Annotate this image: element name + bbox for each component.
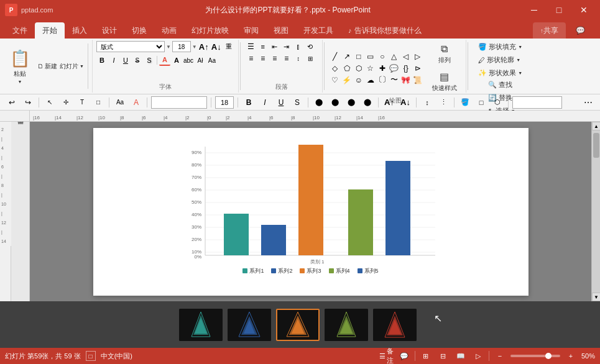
shape-triangle[interactable]: △ xyxy=(389,51,400,62)
scroll-thumb[interactable] xyxy=(593,133,599,158)
shape-bracket[interactable]: {} xyxy=(400,63,412,74)
bold-button[interactable]: B xyxy=(96,55,108,66)
shape-ribbon[interactable]: 🎀 xyxy=(400,75,412,86)
font-color-button[interactable]: A xyxy=(159,55,170,66)
shape-heart[interactable]: ♡ xyxy=(330,75,341,86)
shape-chevron[interactable]: ⊳ xyxy=(412,63,423,74)
align-left-button[interactable]: ≡ xyxy=(246,53,257,64)
zoom-out-button[interactable]: − xyxy=(493,349,507,363)
columns-toolbar-button[interactable]: ⋮ xyxy=(436,96,450,109)
spacing-button[interactable]: Ał xyxy=(195,55,206,66)
italic-button[interactable]: I xyxy=(108,55,119,66)
shape-smiley[interactable]: ☺ xyxy=(353,75,364,86)
quick-styles-button[interactable]: ▤ 快速样式 xyxy=(427,68,462,95)
shadow-toolbar-button[interactable]: S xyxy=(290,96,304,109)
shape-wave[interactable]: 〜 xyxy=(389,75,400,86)
tab-developer[interactable]: 开发工具 xyxy=(296,22,341,39)
maximize-button[interactable]: □ xyxy=(548,1,570,19)
shape-outline-button[interactable]: 🖊 形状轮廓 ▼ xyxy=(474,54,524,66)
shape-scroll[interactable]: 📜 xyxy=(412,75,423,86)
font-name-select[interactable]: 版式 xyxy=(96,41,165,52)
aa-button[interactable]: Aa xyxy=(206,55,218,66)
smart-art-button[interactable]: ⊞ xyxy=(305,53,316,64)
align-left-toolbar-button[interactable]: ⬤ xyxy=(312,96,326,109)
bold-toolbar-button[interactable]: B xyxy=(242,96,256,109)
tab-design[interactable]: 设计 xyxy=(95,22,124,39)
minimize-button[interactable]: ─ xyxy=(523,1,545,19)
underline-toolbar-button[interactable]: U xyxy=(274,96,288,109)
text-box-button[interactable]: T xyxy=(75,96,89,109)
shape-fill-toolbar-button[interactable]: 🪣 xyxy=(458,96,472,109)
highlight-color-button[interactable]: A xyxy=(171,55,182,66)
shape-effects-toolbar-button[interactable]: ⬡ xyxy=(491,96,504,109)
text-direction-button[interactable]: ⟲ xyxy=(305,41,316,52)
align-right-button[interactable]: ≡ xyxy=(269,53,280,64)
zoom-slider[interactable] xyxy=(510,355,560,357)
decrease-indent-button[interactable]: ⇤ xyxy=(269,41,280,52)
italic-toolbar-button[interactable]: I xyxy=(258,96,272,109)
share-button[interactable]: ↑ 共享 xyxy=(533,22,566,39)
find-button[interactable]: 🔍 查找 xyxy=(484,79,519,91)
align-center-toolbar-button[interactable]: ⬤ xyxy=(328,96,342,109)
notes-button[interactable]: ☰ 备注 xyxy=(380,349,394,363)
justify-button[interactable]: ≡ xyxy=(281,53,292,64)
strikethrough-button[interactable]: S xyxy=(132,55,143,66)
align-right-toolbar-button[interactable]: ⬤ xyxy=(344,96,358,109)
bullets-button[interactable]: ☰ xyxy=(246,41,257,52)
increase-font-button[interactable]: A↑ xyxy=(198,41,210,52)
comments-button[interactable]: 💬 xyxy=(568,22,593,39)
slide-sorter-button[interactable]: ⊟ xyxy=(436,349,450,363)
zoom-in-button[interactable]: + xyxy=(564,349,578,363)
reset-font-button[interactable]: 重 xyxy=(223,41,234,52)
numbering-button[interactable]: ≡ xyxy=(257,41,269,52)
align-center-button[interactable]: ≡ xyxy=(257,53,269,64)
line-spacing-button[interactable]: ↕ xyxy=(293,53,304,64)
shapes-button[interactable]: □ xyxy=(91,96,105,109)
shape-lightning[interactable]: ⚡ xyxy=(341,75,353,86)
font-color-toolbar-button[interactable]: A xyxy=(129,96,143,109)
strikethrough2-button[interactable]: abc xyxy=(183,55,194,66)
shape-line[interactable]: ╱ xyxy=(330,51,341,62)
line-spacing-toolbar-button[interactable]: ↕ xyxy=(420,96,434,109)
redo-button[interactable]: ↪ xyxy=(21,96,35,109)
tab-tell-me[interactable]: ♪告诉我你想要做什么 xyxy=(341,22,429,39)
comments-status-button[interactable]: 💬 xyxy=(397,349,411,363)
tab-slideshow[interactable]: 幻灯片放映 xyxy=(184,22,236,39)
shadow-button[interactable]: S xyxy=(144,55,155,66)
reading-view-button[interactable]: 📖 xyxy=(454,349,468,363)
cursor-button[interactable]: ↖ xyxy=(43,96,57,109)
thumbnail-4[interactable] xyxy=(325,309,368,341)
tab-home[interactable]: 开始 xyxy=(35,22,65,39)
thumbnail-3[interactable] xyxy=(276,309,320,341)
decrease-font-button[interactable]: A↓ xyxy=(211,41,222,52)
close-button[interactable]: ✕ xyxy=(573,1,595,19)
tab-insert[interactable]: 插入 xyxy=(65,22,95,39)
shape-fill-button[interactable]: 🪣 形状填充 ▼ xyxy=(474,41,526,53)
arrange-button[interactable]: ⧉ 排列 xyxy=(433,41,456,67)
scroll-down-button[interactable]: ▼ xyxy=(592,293,600,301)
shape-rect[interactable]: □ xyxy=(353,51,364,62)
vertical-scrollbar[interactable]: ▲ ▼ xyxy=(591,122,600,301)
tab-transitions[interactable]: 切换 xyxy=(124,22,154,39)
slide-count-icon[interactable]: □ xyxy=(86,351,96,361)
undo-button[interactable]: ↩ xyxy=(5,96,19,109)
font-size-input[interactable] xyxy=(172,41,191,52)
paste-button[interactable]: 📋 粘贴 ▼ xyxy=(5,41,35,91)
shape-diamond[interactable]: ◇ xyxy=(330,63,341,74)
zoom-thumb[interactable] xyxy=(545,353,552,359)
shape-star[interactable]: ☆ xyxy=(365,63,376,74)
more-button[interactable]: ⋯ xyxy=(581,96,595,109)
font-name-toolbar-input[interactable] xyxy=(151,96,207,109)
shape-rounded-rect[interactable]: ▭ xyxy=(365,51,376,62)
normal-view-button[interactable]: ⊞ xyxy=(419,349,433,363)
scroll-track[interactable] xyxy=(592,130,600,293)
thumbnail-1[interactable] xyxy=(179,309,223,341)
tab-review[interactable]: 审阅 xyxy=(236,22,266,39)
thumbnail-2[interactable] xyxy=(228,309,271,341)
increase-size-toolbar-button[interactable]: A↑ xyxy=(382,96,396,109)
pointer-button[interactable]: ✢ xyxy=(59,96,73,109)
font-size-toolbar-input[interactable] xyxy=(215,96,234,109)
slide-canvas-area[interactable]: 90% 80% 70% 60% 50% 40% 30% 20% 10% 0% xyxy=(30,122,591,301)
thumbnail-5[interactable] xyxy=(373,309,417,341)
aa-toolbar-button[interactable]: Aa xyxy=(113,96,127,109)
